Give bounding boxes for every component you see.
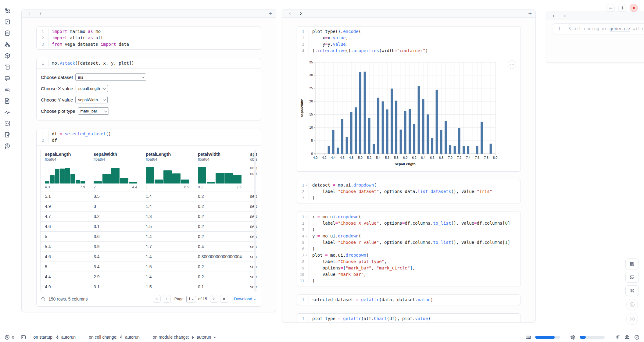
chevron-down-icon xyxy=(213,335,217,339)
file-tree-icon[interactable] xyxy=(4,7,11,14)
column-header-sepalWidth[interactable]: sepalWidthfloat6424.4 xyxy=(89,149,141,191)
svg-text:5.4: 5.4 xyxy=(376,156,381,159)
prev-page-button[interactable] xyxy=(163,295,171,303)
scroll-icon[interactable] xyxy=(4,64,11,70)
column-left: + 1import marimo as mo2import altair as … xyxy=(21,9,276,312)
column-prev-button[interactable] xyxy=(550,13,557,19)
chat-bot-icon[interactable] xyxy=(4,75,11,82)
column-next-button[interactable] xyxy=(37,10,44,16)
side-action-buttons xyxy=(625,258,639,325)
package-icon[interactable] xyxy=(4,52,11,59)
add-cell-button[interactable]: + xyxy=(528,11,532,16)
first-page-button[interactable] xyxy=(153,295,161,303)
copilot-icon[interactable] xyxy=(624,334,630,340)
close-button[interactable] xyxy=(630,4,638,12)
code-editor-scratch[interactable]: 1Start coding or generate with xyxy=(553,24,644,34)
fold-caret[interactable] xyxy=(304,233,309,239)
column-next-button[interactable] xyxy=(297,10,304,16)
app-view-button[interactable] xyxy=(625,272,639,283)
table-cell: 4.9 xyxy=(41,282,89,292)
bar-5.5 xyxy=(382,102,384,154)
code-editor-plot-type[interactable]: 1plot_type = getattr(alt.Chart(df), plot… xyxy=(297,314,521,322)
page-select[interactable]: 1 xyxy=(186,296,196,302)
fold-caret[interactable] xyxy=(304,182,309,188)
column-next-button[interactable] xyxy=(561,13,568,19)
table-row: 4.63.41.40.30000000000000004setos xyxy=(41,251,257,262)
fold-caret[interactable] xyxy=(304,28,309,35)
window-controls xyxy=(606,4,638,12)
errors-icon[interactable] xyxy=(4,334,10,340)
on-startup-value: autorun xyxy=(61,335,76,340)
code-editor-plot[interactable]: 1plot_type().encode(2 x=x.value,3 y=y.va… xyxy=(297,27,521,56)
fold-caret[interactable] xyxy=(304,252,309,258)
bar-5.1 xyxy=(364,72,366,154)
activity-icon[interactable] xyxy=(4,109,11,116)
next-page-button[interactable] xyxy=(210,295,218,303)
code-editor-dataframe[interactable]: 1df = selected_dataset()2df xyxy=(37,129,261,145)
command-palette-button[interactable] xyxy=(625,285,639,296)
search-icon[interactable] xyxy=(41,297,46,301)
add-cell-button[interactable]: + xyxy=(269,11,272,16)
table-cell: 0.2 xyxy=(194,212,246,221)
on-cell-change-config[interactable]: on cell change: autorun xyxy=(83,334,145,340)
column-header-petalWidth[interactable]: petalWidthfloat640.12.5 xyxy=(194,149,246,191)
bar-6.3 xyxy=(418,86,420,154)
stop-kernel-button[interactable] xyxy=(626,299,638,310)
table-scrollbar[interactable] xyxy=(254,150,256,291)
altair-bar-chart[interactable]: 4.04.24.44.64.85.05.25.45.65.86.06.26.46… xyxy=(298,59,521,169)
settings-button[interactable] xyxy=(618,4,626,12)
bar-7.3 xyxy=(463,146,465,154)
code-editor-imports[interactable]: 1import marimo as mo2import altair as al… xyxy=(37,27,261,49)
fold-caret[interactable] xyxy=(304,214,309,220)
dataframe-output: sepalLengthfloat644.37.9sepalWidthfloat6… xyxy=(37,149,261,306)
column-right: 1Start coding or generate with xyxy=(546,12,644,63)
menu-button[interactable] xyxy=(606,4,615,12)
chart-more-button[interactable] xyxy=(508,60,516,69)
code-snippet-icon[interactable] xyxy=(4,120,11,127)
svg-text:7.6: 7.6 xyxy=(475,156,480,159)
connection-status-icon[interactable] xyxy=(634,334,640,340)
ai-sparkles-icon[interactable] xyxy=(614,334,620,340)
column-header-sepalLength[interactable]: sepalLengthfloat644.37.9 xyxy=(41,149,89,191)
on-module-change-config[interactable]: on module change: autorun xyxy=(147,334,223,340)
bar-5.6 xyxy=(386,109,388,154)
table-footer: 150 rows, 5 columnsPage1of 15Download xyxy=(41,295,256,303)
help-icon[interactable] xyxy=(4,143,11,149)
last-page-button[interactable] xyxy=(220,295,228,303)
dropdown-label: Choose X value xyxy=(41,86,73,91)
lightning-icon xyxy=(55,335,59,339)
dataset-select[interactable]: iris xyxy=(75,73,146,81)
line-number: 3 xyxy=(297,195,304,201)
download-button[interactable]: Download xyxy=(234,297,256,301)
code-editor-xy-plot-dropdowns[interactable]: 1x = mo.ui.dropdown(2 label="Choose X va… xyxy=(297,212,521,286)
column-right-header xyxy=(546,12,644,20)
column-prev-button[interactable] xyxy=(286,10,293,16)
table-cell: 1.4 xyxy=(141,201,194,211)
x-value-select[interactable]: sepalLength xyxy=(76,85,108,92)
svg-text:35: 35 xyxy=(309,60,313,64)
code-editor-dataset-dropdown[interactable]: 1dataset = mo.ui.dropdown(2 label="Choos… xyxy=(297,180,521,203)
code-editor-vstack[interactable]: 1mo.vstack([dataset, x, y, plot]) xyxy=(37,58,261,68)
table-row: 4.73.21.30.2setos xyxy=(41,211,257,221)
run-all-button[interactable] xyxy=(626,313,638,325)
errors-count: 0 xyxy=(12,335,14,340)
save-button[interactable] xyxy=(625,258,639,269)
document-icon[interactable] xyxy=(4,98,11,104)
dependency-graph-icon[interactable] xyxy=(4,41,11,48)
code-editor-selected-dataset[interactable]: 1selected_dataset = getattr(data, datase… xyxy=(297,295,521,305)
terminal-icon[interactable] xyxy=(20,334,26,340)
scratchpad-icon[interactable] xyxy=(4,131,11,138)
database-icon[interactable] xyxy=(4,30,11,37)
line-number: 2 xyxy=(297,220,304,226)
on-startup-config[interactable]: on startup: autorun xyxy=(28,334,81,340)
table-cell: 3.2 xyxy=(89,212,141,221)
table-cell: 3.1 xyxy=(89,282,141,292)
y-value-select[interactable]: sepalWidth xyxy=(75,96,108,103)
search-list-icon[interactable] xyxy=(4,86,11,93)
table-cell: 3.4 xyxy=(89,252,141,262)
column-header-petalLength[interactable]: petalLengthfloat6416.9 xyxy=(141,149,194,191)
function-icon[interactable] xyxy=(4,19,11,25)
column-prev-button[interactable] xyxy=(26,10,33,16)
generate-with-ai-link[interactable]: generate xyxy=(610,26,630,31)
plot-type-select[interactable]: mark_bar xyxy=(78,107,109,115)
